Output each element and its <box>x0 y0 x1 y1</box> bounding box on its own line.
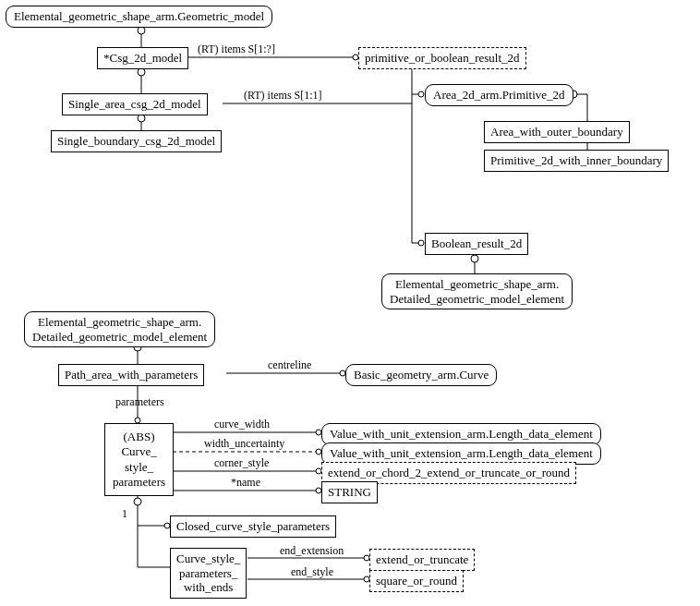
node-single-boundary-csg: Single_boundary_csg_2d_model <box>51 130 222 152</box>
node-curve-style-ends: Curve_style_ parameters_ with_ends <box>170 548 247 599</box>
svg-point-3 <box>138 68 145 76</box>
label-rt-items-2: (RT) items S[1:1] <box>244 89 322 103</box>
node-geometric-model: Elemental_geometric_shape_arm.Geometric_… <box>6 6 272 28</box>
node-path-area-params: Path_area_with_parameters <box>58 364 204 386</box>
node-basic-geom-curve: Basic_geometry_arm.Curve <box>345 364 497 386</box>
text: Single_boundary_csg_2d_model <box>57 134 215 148</box>
svg-point-13 <box>418 240 424 246</box>
svg-point-1 <box>138 27 145 34</box>
label-width-uncertainty: width_uncertainty <box>204 437 284 451</box>
node-square-or-round: square_or_round <box>369 570 464 592</box>
text: Path_area_with_parameters <box>65 368 198 382</box>
text: Boolean_result_2d <box>431 236 522 250</box>
label-one: 1 <box>122 507 127 521</box>
svg-point-20 <box>471 255 478 262</box>
text: extend_or_chord_2_extend_or_truncate_or_… <box>328 466 570 479</box>
text-a: Curve_style_ <box>176 551 240 565</box>
text-b: parameters_ <box>179 566 238 580</box>
text: Basic_geometry_arm.Curve <box>354 368 489 382</box>
node-closed-curve-style: Closed_curve_style_parameters <box>170 515 336 538</box>
label-end-extension: end_extension <box>280 544 344 558</box>
svg-point-36 <box>134 498 141 505</box>
text: *Csg_2d_model <box>103 51 182 65</box>
text-c: with_ends <box>184 580 233 594</box>
text: extend_or_truncate <box>376 552 468 566</box>
node-string: STRING <box>321 481 378 503</box>
label-centreline: centreline <box>268 358 311 372</box>
node-curve-style-params: (ABS) Curve_ style_ parameters <box>104 423 174 496</box>
text: Closed_curve_style_parameters <box>176 519 330 533</box>
text-a: Elemental_geometric_shape_arm. <box>395 277 559 291</box>
text-b: Detailed_geometric_model_element <box>32 330 207 344</box>
text-a: Elemental_geometric_shape_arm. <box>38 315 201 329</box>
text: STRING <box>328 485 371 499</box>
text: Area_2d_arm.Primitive_2d <box>433 88 565 102</box>
node-detailed-geom-1: Elemental_geometric_shape_arm. Detailed_… <box>381 273 573 309</box>
text: square_or_round <box>376 574 457 588</box>
node-single-area-csg: Single_area_csg_2d_model <box>62 93 208 115</box>
text: Primitive_2d_with_inner_boundary <box>490 153 662 167</box>
text: Single_area_csg_2d_model <box>68 97 201 111</box>
node-detailed-geom-2: Elemental_geometric_shape_arm. Detailed_… <box>24 311 215 347</box>
text: Area_with_outer_boundary <box>490 125 623 139</box>
text-a: (ABS) <box>124 430 155 443</box>
node-csg-2d-model: *Csg_2d_model <box>97 47 188 69</box>
text-b: Curve_ <box>121 444 156 458</box>
text: Elemental_geometric_shape_arm.Geometric_… <box>14 9 264 23</box>
node-primitive-or-boolean: primitive_or_boolean_result_2d <box>358 47 526 69</box>
label-parameters: parameters <box>115 395 164 409</box>
label-rt-items-1: (RT) items S[1:?] <box>198 42 275 56</box>
node-area-2d-primitive: Area_2d_arm.Primitive_2d <box>425 84 573 106</box>
text: Value_with_unit_extension_arm.Length_dat… <box>330 446 593 460</box>
node-primitive-inner-boundary: Primitive_2d_with_inner_boundary <box>484 150 669 172</box>
label-curve-width: curve_width <box>214 418 270 431</box>
text: primitive_or_boolean_result_2d <box>365 51 520 65</box>
label-name: *name <box>231 476 260 490</box>
node-boolean-result-2d: Boolean_result_2d <box>425 233 528 255</box>
text: Value_with_unit_extension_arm.Length_dat… <box>330 427 593 441</box>
svg-point-5 <box>138 115 145 122</box>
text-b: Detailed_geometric_model_element <box>390 292 564 306</box>
text-d: parameters <box>113 475 165 489</box>
node-area-outer-boundary: Area_with_outer_boundary <box>484 121 630 143</box>
svg-point-11 <box>418 91 424 97</box>
node-extend-or-truncate: extend_or_truncate <box>369 549 475 571</box>
text-c: style_ <box>125 460 153 474</box>
label-end-style: end_style <box>291 565 333 579</box>
label-corner-style: corner_style <box>214 456 269 470</box>
